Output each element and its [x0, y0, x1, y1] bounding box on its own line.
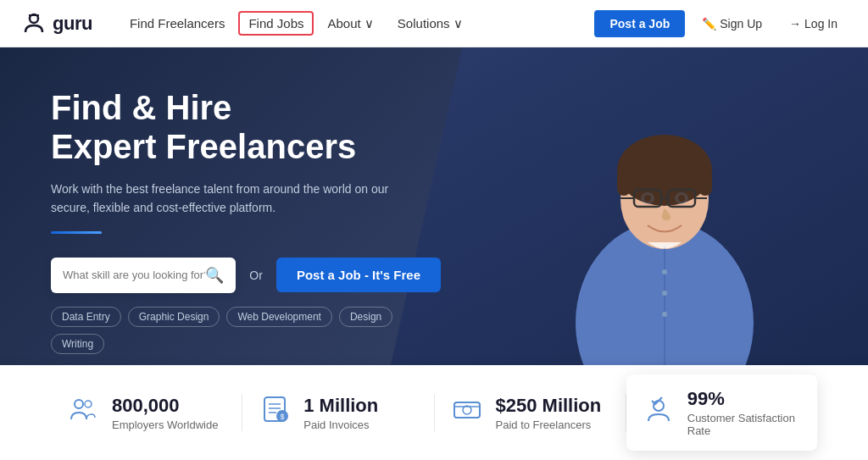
hero-content: Find & Hire Expert Freelancers Work with…: [0, 47, 492, 365]
tag-list: Data Entry Graphic Design Web Developmen…: [51, 307, 441, 354]
svg-rect-29: [454, 402, 480, 418]
stat-invoices-number: 1 Million: [303, 395, 378, 417]
search-box: 🔍: [51, 258, 236, 293]
svg-rect-6: [617, 170, 631, 196]
nav-post-job-button[interactable]: Post a Job: [594, 10, 685, 37]
tag-graphic-design[interactable]: Graphic Design: [128, 307, 220, 327]
stat-paid: $250 Million Paid to Freelancers: [435, 394, 626, 431]
signup-icon: ✏️: [702, 17, 716, 30]
stat-employers-number: 800,000: [112, 395, 218, 417]
navbar: guru Find Freelancers Find Jobs About ∨ …: [0, 0, 868, 47]
stat-employers-label: Employers Worldwide: [112, 418, 218, 431]
svg-point-19: [662, 291, 667, 296]
svg-point-20: [662, 312, 667, 317]
stat-employers: 800,000 Employers Worldwide: [51, 394, 242, 431]
nav-right: Post a Job ✏️ Sign Up → Log In: [594, 10, 848, 37]
or-text: Or: [249, 269, 263, 282]
nav-about[interactable]: About ∨: [317, 11, 383, 36]
nav-solutions[interactable]: Solutions ∨: [387, 11, 473, 36]
stat-paid-text: $250 Million Paid to Freelancers: [496, 395, 602, 431]
paid-icon: [452, 394, 482, 431]
svg-point-18: [662, 269, 667, 274]
stat-satisfaction: 99% Customer Satisfaction Rate: [626, 374, 817, 451]
nav-find-freelancers[interactable]: Find Freelancers: [120, 11, 236, 36]
tag-design[interactable]: Design: [339, 307, 392, 327]
svg-point-21: [75, 400, 83, 408]
nav-signup-button[interactable]: ✏️ Sign Up: [692, 10, 772, 37]
hero-subtitle: Work with the best freelance talent from…: [51, 180, 407, 218]
stat-employers-text: 800,000 Employers Worldwide: [112, 395, 218, 431]
employers-icon: [68, 394, 98, 431]
search-input[interactable]: [63, 269, 205, 281]
stat-invoices-label: Paid Invoices: [303, 418, 378, 431]
hero-person-image: [529, 60, 800, 365]
stat-invoices-text: 1 Million Paid Invoices: [303, 395, 378, 431]
tag-web-development[interactable]: Web Development: [226, 307, 332, 327]
stat-satisfaction-text: 99% Customer Satisfaction Rate: [687, 388, 800, 437]
stats-bar: 800,000 Employers Worldwide $ 1 Million …: [0, 365, 868, 460]
post-job-button[interactable]: Post a Job - It's Free: [276, 258, 441, 292]
svg-rect-7: [698, 170, 712, 196]
stat-paid-number: $250 Million: [496, 395, 602, 417]
nav-login-button[interactable]: → Log In: [779, 10, 848, 37]
stat-satisfaction-number: 99%: [687, 388, 800, 410]
stat-paid-label: Paid to Freelancers: [496, 418, 602, 431]
logo-icon: [20, 10, 47, 37]
stat-satisfaction-label: Customer Satisfaction Rate: [687, 412, 800, 437]
stat-invoices: $ 1 Million Paid Invoices: [242, 394, 434, 431]
svg-point-32: [654, 401, 664, 411]
person-svg: [537, 60, 792, 365]
svg-point-15: [644, 195, 651, 202]
hero-section: Find & Hire Expert Freelancers Work with…: [0, 47, 868, 365]
hero-title: Find & Hire Expert Freelancers: [51, 88, 441, 166]
tag-writing[interactable]: Writing: [51, 334, 104, 354]
nav-find-jobs[interactable]: Find Jobs: [238, 11, 314, 36]
nav-links: Find Freelancers Find Jobs About ∨ Solut…: [120, 11, 595, 36]
invoices-icon: $: [259, 394, 290, 431]
svg-text:$: $: [281, 413, 285, 421]
login-icon: →: [789, 17, 801, 30]
svg-point-16: [678, 195, 685, 202]
logo[interactable]: guru: [20, 10, 92, 37]
logo-text: guru: [53, 13, 92, 35]
tag-data-entry[interactable]: Data Entry: [51, 307, 121, 327]
hero-divider: [51, 231, 102, 234]
svg-point-22: [85, 401, 92, 407]
satisfaction-icon: [643, 394, 674, 431]
search-row: 🔍 Or Post a Job - It's Free: [51, 258, 441, 293]
svg-point-5: [617, 135, 712, 206]
search-button[interactable]: 🔍: [205, 266, 224, 285]
